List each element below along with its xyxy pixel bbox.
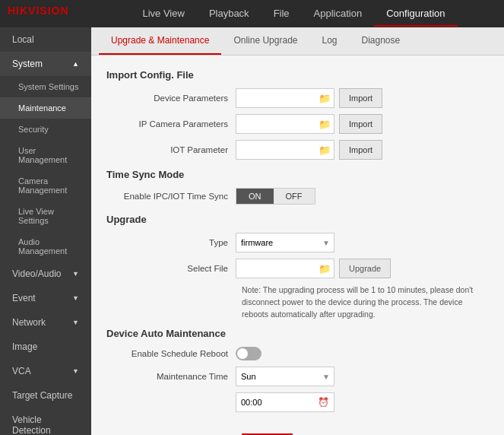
ipc-iot-time-sync-toggle[interactable]: ON OFF [236,188,315,205]
chevron-down-icon: ▼ [72,367,79,375]
toggle-on-button[interactable]: ON [236,189,274,204]
iot-param-label: IOT Parameter [106,145,236,154]
maintenance-time-field[interactable]: 00:00 ⏰ [236,392,334,412]
folder-icon: 📁 [319,119,331,130]
ip-camera-params-row: IP Camera Parameters 📁 Import [106,114,489,134]
upgrade-type-row: Type firmware ▼ [106,233,489,252]
nav-application[interactable]: Application [302,2,375,27]
sidebar: Local System ▲ System Settings Maintenan… [0,27,91,435]
device-params-row: Device Parameters 📁 Import [106,88,489,108]
upgrade-note: Note: The upgrading process will be 1 to… [242,284,489,320]
nav-playback[interactable]: Playback [197,2,262,27]
device-auto-maintenance-title: Device Auto Maintenance [106,328,489,339]
nav-file[interactable]: File [262,2,302,27]
chevron-up-icon: ▲ [72,60,79,68]
upgrade-title: Upgrade [106,214,489,225]
maintenance-time-value-input: 00:00 ⏰ [236,392,334,412]
sidebar-item-target-capture[interactable]: Target Capture [0,383,91,408]
sidebar-sub-maintenance[interactable]: Maintenance [0,97,91,119]
nav-items: Live View Playback File Application Conf… [91,2,496,27]
ip-camera-params-file[interactable]: 📁 [236,114,334,134]
top-navigation: HIKVISION Live View Playback File Applic… [0,0,504,27]
chevron-down-icon: ▼ [72,319,79,326]
tab-upgrade-maintenance[interactable]: Upgrade & Maintenance [99,27,221,55]
upgrade-select-file-label: Select File [106,264,236,273]
maintenance-day-input: Sun Mon Tue Wed Thu Fri Sat ▼ [236,367,334,386]
sidebar-item-local[interactable]: Local [0,27,91,52]
tab-diagnose[interactable]: Diagnose [350,27,413,55]
nav-configuration[interactable]: Configuration [374,2,457,27]
sidebar-sub-camera-management[interactable]: Camera Management [0,170,91,201]
clock-icon: ⏰ [318,397,329,408]
folder-icon: 📁 [319,263,331,275]
sidebar-item-network[interactable]: Network ▼ [0,310,91,335]
sidebar-item-event[interactable]: Event ▼ [0,286,91,310]
time-sync-toggle-group: ON OFF [236,188,315,205]
main-layout: Local System ▲ System Settings Maintenan… [0,27,504,435]
upgrade-file-row: Select File 📁 Upgrade [106,259,489,278]
upgrade-type-label: Type [106,238,236,247]
upgrade-button[interactable]: Upgrade [339,259,391,278]
sidebar-sub-user-management[interactable]: User Management [0,140,91,170]
chevron-down-icon: ▼ [72,270,79,278]
upgrade-file-picker[interactable]: 📁 [236,259,334,278]
device-params-label: Device Parameters [106,94,236,103]
iot-param-row: IOT Parameter 📁 Import [106,140,489,160]
time-sync-label: Enable IPC/IOT Time Sync [106,192,236,201]
sidebar-item-video-audio[interactable]: Video/Audio ▼ [0,262,91,286]
ip-camera-params-import-button[interactable]: Import [339,114,382,134]
sidebar-sub-system-settings[interactable]: System Settings [0,76,91,97]
chevron-down-icon: ▼ [72,294,79,302]
sidebar-item-vca[interactable]: VCA ▼ [0,359,91,383]
enable-schedule-reboot-input [236,347,262,360]
enable-schedule-reboot-label: Enable Schedule Reboot [106,349,236,358]
enable-schedule-reboot-row: Enable Schedule Reboot [106,347,489,360]
sub-navigation: Upgrade & Maintenance Online Upgrade Log… [91,27,504,56]
import-config-title: Import Config. File [106,69,489,81]
maintenance-day-select[interactable]: Sun Mon Tue Wed Thu Fri Sat [236,367,334,386]
iot-param-import-button[interactable]: Import [339,140,382,160]
sidebar-item-vehicle-detection[interactable]: Vehicle Detection [0,408,91,435]
upgrade-file-input: 📁 Upgrade [236,259,391,278]
tab-log[interactable]: Log [309,27,349,55]
app-logo: HIKVISION [8,5,76,23]
device-params-file[interactable]: 📁 [236,88,334,108]
folder-icon: 📁 [319,144,331,156]
device-params-input: 📁 Import [236,88,382,108]
tab-online-upgrade[interactable]: Online Upgrade [221,27,309,55]
sidebar-sub-audio-management[interactable]: Audio Management [0,231,91,262]
sidebar-sub-liveview-settings[interactable]: Live View Settings [0,201,91,231]
iot-param-input: 📁 Import [236,140,382,160]
folder-icon: 📁 [319,93,331,104]
enable-schedule-reboot-toggle[interactable] [236,347,262,360]
form-content: Import Config. File Device Parameters 📁 … [91,56,504,435]
upgrade-type-select-wrapper: firmware ▼ [236,233,334,252]
maintenance-time-value-row: 00:00 ⏰ [106,392,489,412]
ip-camera-params-input: 📁 Import [236,114,382,134]
iot-param-file[interactable]: 📁 [236,140,334,160]
upgrade-type-select[interactable]: firmware [236,233,334,252]
device-params-import-button[interactable]: Import [339,88,382,108]
save-section: Save [106,423,489,435]
content-area: Upgrade & Maintenance Online Upgrade Log… [91,27,504,435]
time-sync-row: Enable IPC/IOT Time Sync ON OFF [106,188,489,205]
time-sync-title: Time Sync Mode [106,169,489,180]
maintenance-time-label: Maintenance Time [106,372,236,381]
sidebar-sub-security[interactable]: Security [0,119,91,140]
toggle-off-button[interactable]: OFF [274,189,315,204]
nav-live-view[interactable]: Live View [130,2,196,27]
ip-camera-params-label: IP Camera Parameters [106,119,236,129]
sidebar-item-system[interactable]: System ▲ [0,52,91,76]
sidebar-item-image[interactable]: Image [0,335,91,359]
maintenance-time-row: Maintenance Time Sun Mon Tue Wed Thu Fri… [106,367,489,386]
upgrade-type-input: firmware ▼ [236,233,334,252]
maintenance-day-select-wrapper: Sun Mon Tue Wed Thu Fri Sat ▼ [236,367,334,386]
